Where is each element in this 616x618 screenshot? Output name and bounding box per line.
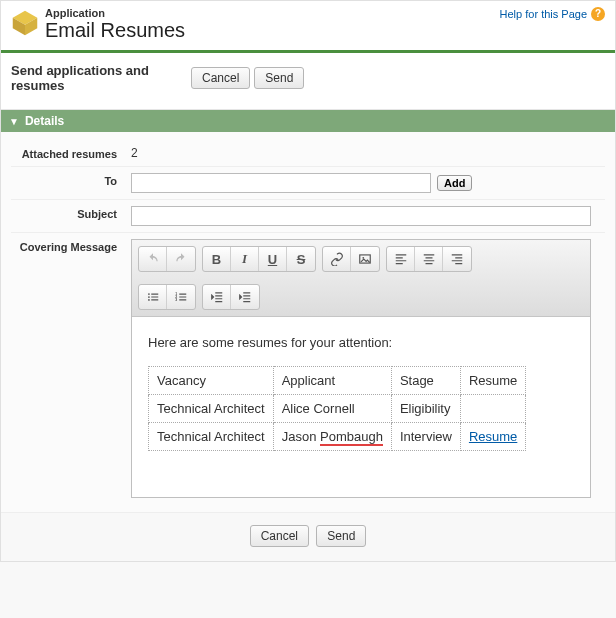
indent-icon <box>238 290 252 304</box>
outdent-button[interactable] <box>203 285 231 309</box>
section-title: Send applications and resumes <box>11 63 191 93</box>
package-icon <box>11 9 39 37</box>
undo-icon <box>146 252 160 266</box>
applicant-cell: Jason Pombaugh <box>273 423 391 451</box>
align-right-button[interactable] <box>443 247 471 271</box>
applicant-cell: Alice Cornell <box>273 395 391 423</box>
help-link-text: Help for this Page <box>500 8 587 20</box>
table-header-cell: Stage <box>391 367 460 395</box>
attached-label: Attached resumes <box>11 146 131 160</box>
image-button[interactable] <box>351 247 379 271</box>
editor-intro: Here are some resumes for your attention… <box>148 335 574 350</box>
table-row: Technical ArchitectJason PombaughIntervi… <box>149 423 526 451</box>
page-title: Email Resumes <box>45 19 185 42</box>
page-header: Application Email Resumes Help for this … <box>1 1 615 50</box>
send-button[interactable]: Send <box>254 67 304 89</box>
vacancy-cell: Technical Architect <box>149 395 274 423</box>
resume-link[interactable]: Resume <box>469 429 517 444</box>
stage-cell: Eligibility <box>391 395 460 423</box>
covering-row: Covering Message B <box>11 233 605 504</box>
to-input[interactable] <box>131 173 431 193</box>
form-area: Attached resumes 2 To Add Subject Coveri… <box>1 132 615 512</box>
resume-cell <box>460 395 525 423</box>
undo-button[interactable] <box>139 247 167 271</box>
rich-text-editor: B I U S <box>131 239 591 498</box>
table-header-cell: Resume <box>460 367 525 395</box>
collapse-icon: ▼ <box>9 116 19 127</box>
align-right-icon <box>450 252 464 266</box>
attached-value: 2 <box>131 146 605 160</box>
align-center-button[interactable] <box>415 247 443 271</box>
editor-toolbar: B I U S <box>132 240 590 317</box>
redo-button[interactable] <box>167 247 195 271</box>
bullet-list-button[interactable] <box>139 285 167 309</box>
image-icon <box>358 252 372 266</box>
svg-point-6 <box>148 296 150 298</box>
resume-cell: Resume <box>460 423 525 451</box>
section-title-row: Send applications and resumes Cancel Sen… <box>1 53 615 110</box>
subject-label: Subject <box>11 206 131 226</box>
table-header-row: VacancyApplicantStageResume <box>149 367 526 395</box>
svg-point-7 <box>148 299 150 301</box>
resume-table: VacancyApplicantStageResumeTechnical Arc… <box>148 366 526 451</box>
redo-icon <box>174 252 188 266</box>
bottom-actions: Cancel Send <box>1 512 615 561</box>
to-row: To Add <box>11 167 605 200</box>
svg-text:3: 3 <box>175 298 177 302</box>
underline-button[interactable]: U <box>259 247 287 271</box>
number-list-icon: 123 <box>174 290 188 304</box>
number-list-button[interactable]: 123 <box>167 285 195 309</box>
align-left-button[interactable] <box>387 247 415 271</box>
add-button[interactable]: Add <box>437 175 472 191</box>
subject-input[interactable] <box>131 206 591 226</box>
italic-button[interactable]: I <box>231 247 259 271</box>
indent-button[interactable] <box>231 285 259 309</box>
outdent-icon <box>210 290 224 304</box>
covering-label: Covering Message <box>11 239 131 253</box>
bold-button[interactable]: B <box>203 247 231 271</box>
table-header-cell: Applicant <box>273 367 391 395</box>
bullet-list-icon <box>146 290 160 304</box>
strike-button[interactable]: S <box>287 247 315 271</box>
align-center-icon <box>422 252 436 266</box>
page-container: Application Email Resumes Help for this … <box>0 0 616 562</box>
send-button-bottom[interactable]: Send <box>316 525 366 547</box>
header-text: Application Email Resumes <box>45 7 185 42</box>
stage-cell: Interview <box>391 423 460 451</box>
details-header-text: Details <box>25 114 64 128</box>
table-row: Technical ArchitectAlice CornellEligibil… <box>149 395 526 423</box>
link-icon <box>330 252 344 266</box>
subject-row: Subject <box>11 200 605 233</box>
svg-point-5 <box>148 293 150 295</box>
help-link[interactable]: Help for this Page ? <box>500 7 605 21</box>
vacancy-cell: Technical Architect <box>149 423 274 451</box>
table-header-cell: Vacancy <box>149 367 274 395</box>
cancel-button-bottom[interactable]: Cancel <box>250 525 309 547</box>
help-icon: ? <box>591 7 605 21</box>
application-label: Application <box>45 7 185 19</box>
cancel-button[interactable]: Cancel <box>191 67 250 89</box>
editor-body[interactable]: Here are some resumes for your attention… <box>132 317 590 497</box>
attached-row: Attached resumes 2 <box>11 140 605 167</box>
align-left-icon <box>394 252 408 266</box>
to-label: To <box>11 173 131 193</box>
link-button[interactable] <box>323 247 351 271</box>
details-header[interactable]: ▼ Details <box>1 110 615 132</box>
